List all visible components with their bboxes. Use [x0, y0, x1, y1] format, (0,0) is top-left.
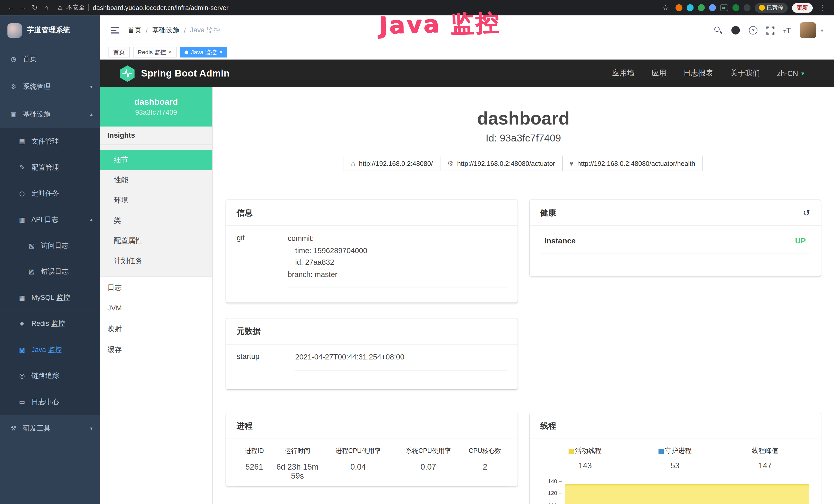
sba-nav: 应用墙 应用 日志报表 关于我们 zh-CN ▾: [612, 69, 814, 78]
extension-on-badge[interactable]: on: [720, 4, 728, 11]
sba-item-scheduled-tasks[interactable]: 计划任务: [100, 251, 212, 271]
redis-icon: ◈: [18, 320, 26, 327]
tab-redis-monitor[interactable]: Redis 监控 ×: [133, 47, 177, 57]
extension-icon-orange[interactable]: [676, 4, 682, 11]
sidebar-item-mysql-monitor[interactable]: ▦ MySQL 监控: [0, 284, 100, 311]
sba-item-metrics[interactable]: 性能: [100, 170, 212, 190]
instance-link-root[interactable]: ⌂ http://192.168.0.2:48080/: [344, 156, 440, 171]
forward-icon[interactable]: →: [17, 4, 29, 12]
instance-id: 93a3fc7f7409: [135, 108, 177, 116]
sba-item-logs[interactable]: 日志: [100, 277, 212, 298]
legend-value: 147: [720, 461, 810, 470]
reload-icon[interactable]: ↻: [29, 4, 41, 12]
sba-nav-journal[interactable]: 日志报表: [683, 69, 713, 78]
sidebar-item-system[interactable]: ⚙ 系统管理 ▾: [0, 73, 100, 101]
process-card: 进程 进程ID 5261 运行时间 6d 23h 15m 59s: [226, 413, 517, 486]
sidebar-item-home[interactable]: ◷ 首页: [0, 45, 100, 73]
help-icon[interactable]: ?: [749, 26, 757, 35]
app-logo[interactable]: 芋道管理系统: [0, 16, 100, 45]
extension-icon-leaf[interactable]: [732, 4, 739, 11]
home-icon[interactable]: ⌂: [40, 4, 52, 12]
instance-link-health[interactable]: ♥ http://192.168.0.2:48080/actuator/heal…: [562, 156, 703, 171]
process-col: CPU核心数 2: [463, 447, 506, 480]
sidebar-item-access-log[interactable]: ▧ 访问日志: [0, 232, 100, 258]
sidebar-item-log-center[interactable]: ▭ 日志中心: [0, 389, 100, 415]
sba-item-jvm[interactable]: JVM: [100, 298, 212, 319]
sidebar-item-label: 配置管理: [31, 162, 59, 172]
sba-brand[interactable]: Spring Boot Admin: [120, 65, 229, 82]
breadcrumb-infra[interactable]: 基础设施: [152, 25, 179, 35]
close-icon[interactable]: ×: [169, 49, 172, 55]
sidebar-item-label: 研发工具: [23, 423, 50, 433]
process-header: 进程ID: [237, 447, 272, 456]
threads-chart: 140 120 100: [540, 478, 810, 504]
github-icon[interactable]: [731, 26, 740, 35]
sba-nav-applications[interactable]: 应用: [651, 69, 666, 78]
metadata-key: startup: [237, 351, 295, 371]
tag-label: 首页: [113, 48, 125, 56]
bookmark-star-icon[interactable]: ☆: [660, 4, 672, 12]
breadcrumb-home[interactable]: 首页: [128, 25, 141, 35]
sidebar-item-file-manage[interactable]: ▤ 文件管理: [0, 128, 100, 154]
sba-item-config-props[interactable]: 配置属性: [100, 231, 212, 251]
fullscreen-icon[interactable]: [766, 26, 774, 35]
sba-main: dashboard Id: 93a3fc7f7409 ⌂ http://192.…: [213, 87, 834, 504]
sidebar-item-dev-tools[interactable]: ⚒ 研发工具 ▾: [0, 415, 100, 442]
hamburger-icon[interactable]: [111, 27, 119, 33]
sidebar-item-infra[interactable]: ▣ 基础设施 ▴: [0, 100, 100, 128]
legend-live: 活动线程 143: [540, 447, 630, 470]
process-col: 系统CPU使用率 0.07: [393, 447, 463, 480]
sba-nav-wall[interactable]: 应用墙: [612, 69, 634, 78]
sidebar-item-cron-job[interactable]: ◴ 定时任务: [0, 180, 100, 206]
back-icon[interactable]: ←: [5, 4, 17, 12]
paused-label: 已暂停: [767, 4, 784, 12]
instance-name: dashboard: [134, 97, 178, 107]
history-icon[interactable]: ↺: [803, 208, 810, 218]
sidebar-item-config-manage[interactable]: ✎ 配置管理: [0, 154, 100, 180]
sidebar-item-label: 文件管理: [31, 136, 59, 146]
sidebar-item-redis-monitor[interactable]: ◈ Redis 监控: [0, 311, 100, 336]
sba-item-caches[interactable]: 缓存: [100, 339, 212, 360]
address-bar[interactable]: ⚠ 不安全 dashboard.yudao.iocoder.cn/infra/a…: [58, 4, 228, 12]
info-row-git: git commit: time: 1596289704000 id: 27aa…: [237, 233, 507, 288]
instance-link-actuator[interactable]: ⚙ http://192.168.0.2:48080/actuator: [440, 156, 563, 171]
profile-paused-badge[interactable]: 已暂停: [754, 3, 788, 12]
extension-icon-teal[interactable]: [687, 4, 694, 11]
locale-select[interactable]: zh-CN ▾: [777, 69, 804, 77]
font-size-icon[interactable]: T T: [784, 26, 791, 35]
sidebar-item-trace[interactable]: ◎ 链路追踪: [0, 363, 100, 388]
annotation-text: Java 监控: [378, 7, 501, 42]
app-sidebar: 芋道管理系统 ◷ 首页 ⚙ 系统管理 ▾ ▣ 基础设施 ▴ ▤ 文件管理 ✎ 配…: [0, 16, 100, 504]
tab-home[interactable]: 首页: [108, 47, 130, 57]
info-line: commit:: [288, 234, 314, 243]
app-title: 芋道管理系统: [27, 25, 70, 35]
sba-item-mappings[interactable]: 映射: [100, 318, 212, 339]
user-avatar[interactable]: [800, 22, 816, 38]
close-icon[interactable]: ×: [219, 49, 222, 55]
sidebar-item-java-monitor[interactable]: ▩ Java 监控: [0, 337, 100, 363]
document-icon: ▨: [28, 268, 36, 275]
sidebar-item-api-log[interactable]: ▥ API 日志 ▴: [0, 206, 100, 232]
warning-icon: ⚠: [58, 4, 63, 11]
tab-java-monitor[interactable]: Java 监控 ×: [180, 47, 227, 57]
extensions-puzzle-icon[interactable]: [743, 4, 750, 11]
breadcrumb: 首页 / 基础设施 / Java 监控: [128, 25, 220, 35]
sba-item-details[interactable]: 细节: [100, 150, 212, 170]
legend-value: 53: [630, 461, 720, 470]
sba-sidebar: dashboard 93a3fc7f7409 Insights 细节 性能 环境…: [100, 87, 213, 504]
sidebar-item-error-log[interactable]: ▨ 错误日志: [0, 258, 100, 284]
update-button[interactable]: 更新: [792, 3, 813, 12]
sba-group-insights: Insights: [100, 127, 212, 144]
sba-nav-about[interactable]: 关于我们: [730, 69, 760, 78]
sba-item-environment[interactable]: 环境: [100, 190, 212, 210]
y-tick-label: 140: [548, 478, 557, 484]
process-col: 运行时间 6d 23h 15m 59s: [272, 447, 323, 480]
browser-menu-icon[interactable]: ⋮: [817, 4, 829, 12]
legend-peak: 线程峰值 147: [720, 447, 810, 470]
chevron-down-icon[interactable]: ▾: [821, 27, 823, 33]
health-key: Instance: [544, 237, 576, 245]
extension-icon-blue[interactable]: [709, 4, 716, 11]
search-icon[interactable]: [714, 26, 722, 35]
extension-icon-green[interactable]: [698, 4, 705, 11]
sba-item-classes[interactable]: 类: [100, 210, 212, 231]
